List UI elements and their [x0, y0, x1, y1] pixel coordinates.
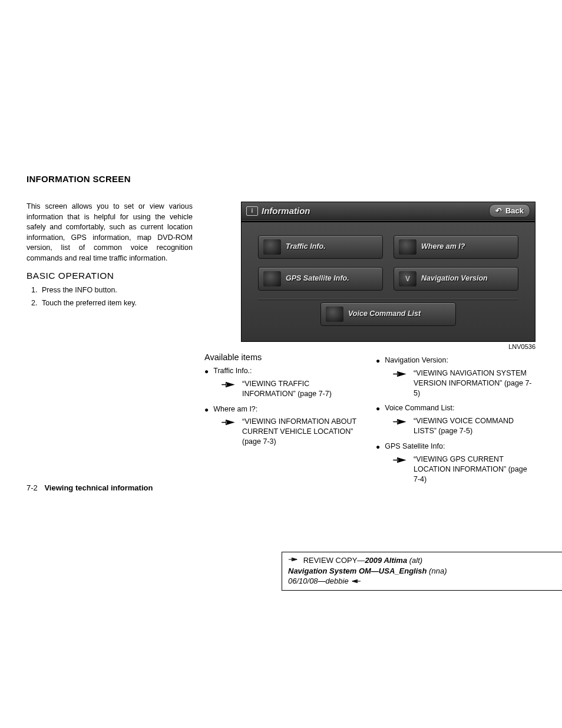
- section-heading: INFORMATION SCREEN: [27, 174, 535, 184]
- item-gps-ref: “VIEWING GPS CURRENT LOCATION INFORMATIO…: [414, 454, 535, 485]
- back-arrow-icon: ↶: [495, 206, 502, 215]
- review-copy-label: REVIEW COPY—: [303, 556, 365, 565]
- info-icon: i: [246, 206, 258, 216]
- figure-reference-code: LNV0536: [241, 343, 535, 350]
- review-doc-title: Navigation System OM—USA_English: [288, 566, 427, 575]
- step-1: Press the INFO button.: [39, 286, 193, 294]
- review-stamp: REVIEW COPY—2009 Altima (alt) Navigation…: [282, 552, 562, 591]
- item-where-ref: “VIEWING INFORMATION ABOUT CURRENT VEHIC…: [242, 417, 364, 447]
- item-where-label: Where am I?:: [213, 405, 257, 415]
- item-navver-label: Navigation Version:: [385, 356, 448, 366]
- page-number: 7-2: [27, 483, 38, 492]
- page-footer: 7-2 Viewing technical information: [27, 483, 153, 492]
- review-model: 2009 Altima: [365, 556, 407, 565]
- available-items-heading: Available items: [204, 353, 364, 362]
- reference-pointer-icon: [221, 418, 236, 427]
- item-gps: ● GPS Satellite Info:: [376, 442, 535, 452]
- bullet-icon: ●: [376, 404, 380, 414]
- footer-section-title: Viewing technical information: [44, 483, 153, 492]
- step-2: Touch the preferred item key.: [39, 299, 193, 307]
- review-date-author: 06/10/08—debbie: [288, 577, 351, 585]
- voice-label: Voice Command List: [348, 310, 421, 318]
- item-navver: ● Navigation Version:: [376, 356, 535, 366]
- item-navver-ref: “VIEWING NAVIGATION SYSTEM VERSION INFOR…: [414, 368, 535, 398]
- review-doc-code: (nna): [427, 566, 447, 575]
- item-traffic-ref: “VIEWING TRAFFIC INFORMATION” (page 7-7): [242, 379, 364, 399]
- reference-pointer-icon: [392, 417, 408, 427]
- nav-screen: i Information ↶ Back Traf: [241, 202, 535, 342]
- reference-pointer-icon: [392, 370, 408, 379]
- gps-satellite-button[interactable]: GPS Satellite Info.: [258, 267, 383, 291]
- steps-list: Press the INFO button. Touch the preferr…: [27, 286, 193, 307]
- nav-header: i Information ↶ Back: [242, 202, 535, 220]
- item-voice: ● Voice Command List:: [376, 404, 535, 414]
- back-button[interactable]: ↶ Back: [489, 204, 530, 218]
- pointer-right-icon: [288, 556, 301, 565]
- item-traffic: ● Traffic Info.:: [204, 367, 364, 377]
- voice-icon: [326, 307, 343, 322]
- bullet-icon: ●: [376, 442, 380, 452]
- navver-label: Navigation Version: [421, 275, 488, 283]
- voice-command-button[interactable]: Voice Command List: [320, 302, 456, 326]
- reference-pointer-icon: [221, 380, 236, 390]
- where-label: Where am I?: [421, 243, 465, 251]
- where-am-i-button[interactable]: Where am I?: [394, 235, 518, 259]
- gps-icon: [263, 271, 281, 286]
- gps-label: GPS Satellite Info.: [286, 275, 349, 283]
- right-column: i Information ↶ Back Traf: [204, 202, 535, 490]
- bullet-icon: ●: [376, 356, 380, 366]
- pointer-left-icon: [351, 577, 361, 585]
- bullet-icon: ●: [204, 367, 209, 377]
- available-items: Available items ● Traffic Info.: “VIEWIN…: [204, 353, 535, 490]
- left-column: This screen allows you to set or view va…: [27, 202, 193, 490]
- navver-icon: V: [399, 271, 416, 286]
- item-voice-ref: “VIEWING VOICE COMMAND LISTS” (page 7-5): [414, 416, 535, 436]
- traffic-label: Traffic Info.: [286, 243, 326, 251]
- item-voice-label: Voice Command List:: [385, 404, 454, 414]
- nav-title: Information: [262, 206, 310, 216]
- item-traffic-label: Traffic Info.:: [213, 367, 252, 377]
- basic-operation-heading: BASIC OPERATION: [27, 271, 193, 281]
- back-label: Back: [505, 206, 524, 215]
- item-where: ● Where am I?:: [204, 405, 364, 415]
- item-gps-label: GPS Satellite Info:: [385, 442, 445, 452]
- navigation-version-button[interactable]: V Navigation Version: [394, 267, 518, 291]
- bullet-icon: ●: [204, 405, 209, 415]
- review-model-code: (alt): [407, 556, 422, 565]
- traffic-icon: [263, 239, 281, 255]
- intro-paragraph: This screen allows you to set or view va…: [27, 202, 193, 263]
- reference-pointer-icon: [392, 456, 408, 465]
- nav-screenshot-figure: i Information ↶ Back Traf: [241, 202, 535, 350]
- traffic-info-button[interactable]: Traffic Info.: [258, 235, 383, 259]
- where-icon: [399, 239, 416, 255]
